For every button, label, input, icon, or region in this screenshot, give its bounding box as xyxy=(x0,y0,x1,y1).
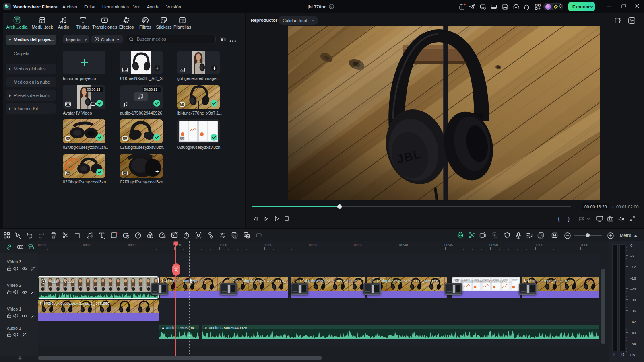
svg-text:文: 文 xyxy=(247,235,250,238)
svg-text:A: A xyxy=(245,233,247,236)
svg-text:AI: AI xyxy=(163,236,166,239)
